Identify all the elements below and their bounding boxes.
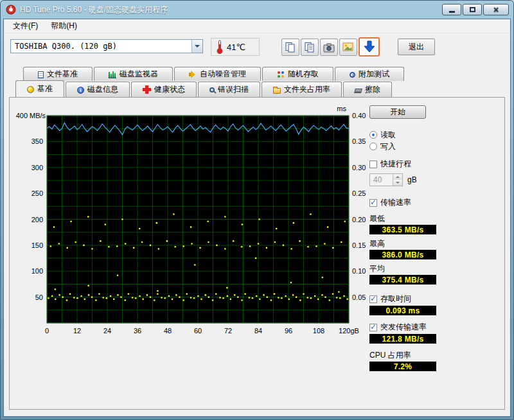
- shortstroke-row[interactable]: 快捷行程: [369, 159, 411, 170]
- write-radio[interactable]: [369, 143, 377, 150]
- benchmark-chart: 40035030025020015010050MB/s0.400.350.300…: [10, 101, 373, 340]
- tab-row-top: 文件基准磁盘监视器自动噪音管理随机存取附加测试: [23, 67, 506, 81]
- screenshot-button[interactable]: [320, 39, 338, 56]
- burst-rate-row[interactable]: 突发传输速率: [369, 322, 427, 333]
- client-area: 文件(F) 帮助(H) TOSHIBA Q300. (120 gB) 41℃: [3, 19, 511, 417]
- drive-select-dropdown[interactable]: TOSHIBA Q300. (120 gB): [10, 39, 203, 53]
- burst-rate-value: 121.8 MB/s: [369, 334, 436, 344]
- burst-rate-label: 突发传输速率: [380, 322, 427, 333]
- copy-text-button[interactable]: [301, 39, 319, 56]
- close-button[interactable]: ×: [483, 4, 509, 15]
- window-title: HD Tune Pro 5.60 - 硬盘/固态硬盘实用程序: [20, 4, 168, 15]
- tab-file-benchmark[interactable]: 文件基准: [23, 67, 93, 81]
- svg-text:100: 100: [31, 267, 43, 275]
- tab-disk-monitor[interactable]: 磁盘监视器: [94, 67, 173, 81]
- spinner-arrows[interactable]: [393, 174, 402, 186]
- svg-text:250: 250: [31, 189, 43, 197]
- save-image-button[interactable]: [339, 39, 357, 56]
- svg-text:200: 200: [31, 216, 43, 223]
- tab-extra-tests[interactable]: 附加测试: [335, 67, 404, 81]
- benchmark-lamp-icon: [27, 86, 34, 93]
- title-bar: HD Tune Pro 5.60 - 硬盘/固态硬盘实用程序 ×: [1, 1, 513, 19]
- max-label: 最高: [369, 238, 385, 249]
- tab-error-scan[interactable]: 错误扫描: [198, 82, 260, 97]
- access-time-checkbox[interactable]: [369, 295, 377, 303]
- minimize-icon: [449, 11, 455, 13]
- erase-icon: [354, 89, 362, 93]
- shortstroke-checkbox[interactable]: [369, 161, 377, 168]
- spinner-up-icon[interactable]: [393, 174, 402, 180]
- benchmark-controls: 开始 读取 写入 快捷行程 40: [364, 103, 454, 371]
- tab-erase[interactable]: 擦除: [343, 82, 392, 97]
- tab-random-access[interactable]: 随机存取: [262, 67, 333, 81]
- tab-disk-info[interactable]: 磁盘信息: [66, 82, 130, 97]
- minimize-button[interactable]: [442, 4, 461, 15]
- tab-label: 基准: [37, 83, 53, 94]
- shortstroke-size-input[interactable]: 40: [369, 173, 403, 186]
- read-radio-label: 读取: [380, 130, 396, 141]
- start-button-label: 开始: [390, 107, 405, 118]
- disk-info-icon: [77, 87, 84, 94]
- svg-text:300: 300: [31, 164, 43, 171]
- burst-rate-checkbox[interactable]: [369, 324, 377, 331]
- tab-benchmark[interactable]: 基准: [15, 80, 64, 97]
- tab-row-bottom: 基准磁盘信息健康状态错误扫描文件夹占用率擦除: [15, 82, 506, 97]
- svg-text:96: 96: [285, 327, 292, 335]
- transfer-rate-label: 传输速率: [380, 197, 411, 208]
- maximize-button[interactable]: [463, 4, 482, 15]
- tab-aam[interactable]: 自动噪音管理: [174, 67, 261, 81]
- svg-text:36: 36: [134, 327, 141, 335]
- max-value: 386.0 MB/s: [369, 250, 436, 259]
- app-icon[interactable]: [6, 4, 16, 15]
- shortstroke-size-value: 40: [373, 175, 382, 184]
- transfer-rate-checkbox[interactable]: [369, 199, 377, 207]
- temperature-display: 41℃: [211, 38, 260, 56]
- svg-text:48: 48: [164, 327, 172, 335]
- svg-text:108: 108: [313, 327, 324, 335]
- spinner-down-icon[interactable]: [393, 180, 402, 186]
- menu-file[interactable]: 文件(F): [6, 19, 44, 33]
- write-radio-label: 写入: [380, 141, 396, 152]
- random-access-icon: [277, 71, 285, 78]
- svg-text:120gB: 120gB: [339, 327, 359, 335]
- read-radio-row[interactable]: 读取: [369, 130, 396, 139]
- avg-label: 平均: [369, 263, 385, 274]
- menu-bar: 文件(F) 帮助(H): [4, 19, 510, 33]
- tab-health[interactable]: 健康状态: [131, 82, 197, 97]
- svg-text:ms: ms: [337, 105, 346, 112]
- menu-help[interactable]: 帮助(H): [44, 19, 84, 33]
- tab-label: 文件夹占用率: [284, 84, 330, 95]
- transfer-rate-row[interactable]: 传输速率: [369, 197, 411, 208]
- tab-folder-usage[interactable]: 文件夹占用率: [261, 82, 342, 97]
- update-button[interactable]: [359, 37, 380, 57]
- app-window: HD Tune Pro 5.60 - 硬盘/固态硬盘实用程序 × 文件(F) 帮…: [0, 0, 514, 420]
- access-time-value: 0.093 ms: [369, 306, 436, 315]
- chevron-down-icon[interactable]: [191, 40, 202, 53]
- tab-label: 随机存取: [288, 69, 319, 80]
- start-button[interactable]: 开始: [369, 105, 426, 119]
- error-scan-icon: [209, 87, 215, 92]
- write-radio-row[interactable]: 写入: [369, 142, 396, 151]
- folder-usage-icon: [273, 88, 281, 94]
- access-time-label: 存取时间: [380, 293, 411, 304]
- svg-text:0: 0: [45, 327, 49, 335]
- copy-button[interactable]: [281, 39, 299, 56]
- extra-tests-icon: [350, 72, 355, 78]
- svg-text:84: 84: [254, 327, 262, 335]
- avg-value: 375.4 MB/s: [369, 275, 436, 284]
- close-icon: ×: [493, 5, 499, 14]
- access-time-row[interactable]: 存取时间: [369, 293, 411, 304]
- tab-label: 健康状态: [154, 84, 185, 95]
- disk-monitor-icon: [109, 71, 116, 78]
- cpu-usage-value: 7.2%: [369, 362, 436, 371]
- tab-label: 错误扫描: [218, 84, 249, 95]
- svg-text:72: 72: [224, 327, 232, 335]
- temperature-value: 41℃: [227, 42, 245, 52]
- benchmark-tab-page: 40035030025020015010050MB/s0.400.350.300…: [9, 97, 505, 410]
- exit-button-label: 退出: [409, 42, 424, 53]
- copy-icon: [285, 42, 296, 53]
- cpu-usage-label: CPU 占用率: [369, 350, 411, 361]
- read-radio[interactable]: [369, 131, 377, 139]
- exit-button[interactable]: 退出: [398, 39, 435, 55]
- shortstroke-unit-label: gB: [407, 175, 417, 184]
